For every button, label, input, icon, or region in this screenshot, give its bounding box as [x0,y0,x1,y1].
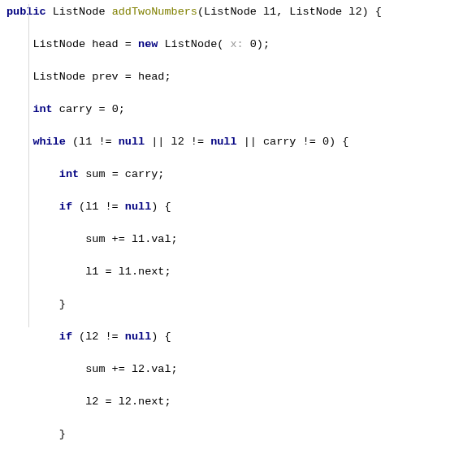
code-line: } [6,296,470,313]
method-name: addTwoNumbers [112,6,197,18]
code-line: public ListNode addTwoNumbers(ListNode l… [6,4,470,20]
keyword-int: int [59,168,79,180]
code-line: if (l2 != null) { [6,329,470,345]
code-block-1: public ListNode addTwoNumbers(ListNode l… [6,4,470,454]
indent-guide [28,4,29,327]
code-line: sum += l1.val; [6,231,470,248]
code-line: ListNode prev = head; [6,69,470,85]
code-line: int sum = carry; [6,166,470,183]
code-line: l1 = l1.next; [6,264,470,280]
keyword-if: if [59,201,72,213]
code-line: } [6,426,470,443]
keyword-null: null [125,201,151,213]
code-line: while (l1 != null || l2 != null || carry… [6,134,470,150]
keyword-null: null [210,136,236,148]
keyword-int: int [32,103,52,115]
code-line: ListNode head = new ListNode( x: 0); [6,37,470,53]
keyword-if: if [59,331,72,343]
keyword-public: public [6,6,46,18]
code-line: int carry = 0; [6,102,470,118]
keyword-null: null [125,331,151,343]
keyword-null: null [119,136,145,148]
code-line: if (l1 != null) { [6,199,470,215]
param-hint: x: [230,38,243,50]
code-line: sum += l2.val; [6,361,470,378]
code-line: l2 = l2.next; [6,394,470,410]
keyword-new: new [138,38,158,50]
keyword-while: while [32,136,66,148]
